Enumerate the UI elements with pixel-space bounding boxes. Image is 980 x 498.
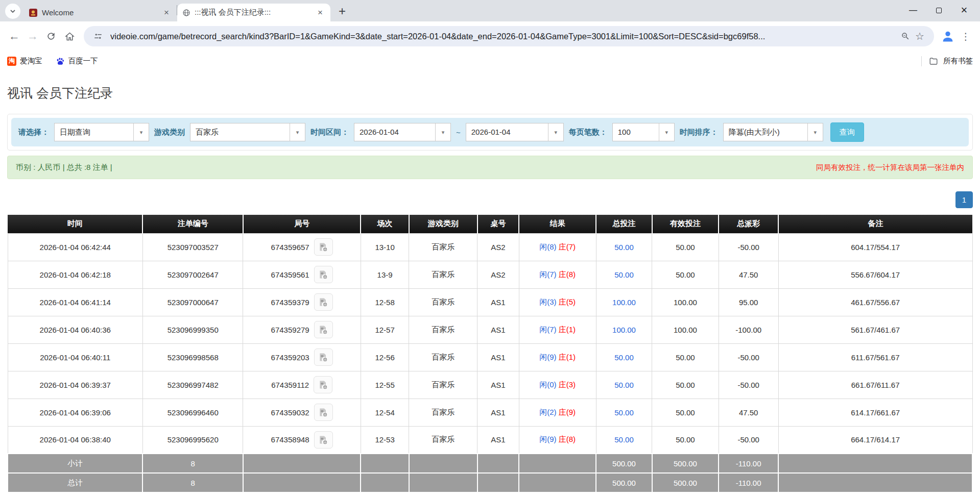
- result-player: 闲(9): [539, 435, 556, 443]
- total-bet-link[interactable]: 50.00: [614, 435, 634, 444]
- video-record-button[interactable]: [314, 321, 333, 338]
- person-icon: [941, 29, 955, 43]
- cell-table: AS2: [477, 233, 519, 261]
- search-button[interactable]: 查询: [830, 122, 864, 142]
- col-table: 桌号: [477, 215, 519, 233]
- cell-session: 12-54: [361, 399, 409, 426]
- video-record-button[interactable]: [314, 431, 333, 449]
- taobao-icon: 淘: [7, 57, 16, 66]
- chevron-down-icon[interactable]: ▾: [807, 123, 823, 141]
- video-record-button[interactable]: [314, 404, 333, 421]
- game-kind-value: 百家乐: [190, 123, 290, 141]
- col-session: 场次: [361, 215, 409, 233]
- round-cell: 674359379: [271, 293, 333, 311]
- cell-result: 闲(8) 庄(7): [519, 233, 596, 261]
- total-bet-link[interactable]: 50.00: [614, 270, 634, 279]
- date-range-label: 时间区间：: [310, 128, 349, 137]
- video-record-button[interactable]: [314, 376, 332, 393]
- round-number: 674359279: [271, 326, 309, 334]
- new-tab-button[interactable]: +: [334, 4, 350, 19]
- cell-valid-bet: 50.00: [652, 233, 719, 261]
- maximize-button[interactable]: [926, 0, 951, 20]
- site-settings-icon[interactable]: [91, 29, 105, 43]
- cell-result: 闲(7) 庄(8): [519, 261, 596, 288]
- welcome-tab-favicon: [29, 8, 38, 17]
- url-text: videoie.com/game/betrecord_search/kind3?…: [110, 32, 893, 41]
- video-record-icon: [318, 242, 328, 252]
- cell-valid-bet: 50.00: [652, 426, 719, 454]
- cell-round: 674359279: [243, 316, 361, 343]
- game-kind-select[interactable]: 百家乐 ▾: [190, 123, 305, 141]
- cell-remark: 556.67/604.17: [778, 261, 972, 288]
- cell-time: 2026-01-04 06:39:06: [8, 399, 142, 426]
- page-1-button[interactable]: 1: [955, 191, 973, 208]
- bookmark-taobao[interactable]: 淘 爱淘宝: [7, 56, 42, 66]
- bookmark-star-icon[interactable]: ☆: [913, 29, 927, 43]
- all-bookmarks-button[interactable]: 所有书签: [921, 56, 973, 66]
- chevron-down-icon[interactable]: ▾: [133, 123, 149, 141]
- round-number: 674359657: [271, 243, 309, 252]
- minimize-button[interactable]: —: [900, 0, 926, 20]
- round-cell: 674359032: [271, 404, 333, 421]
- date-start-input[interactable]: 2026-01-04 ▾: [354, 123, 451, 141]
- forward-button[interactable]: →: [23, 27, 42, 45]
- total-bet-link[interactable]: 100.00: [612, 326, 636, 334]
- cell-time: 2026-01-04 06:42:18: [8, 261, 142, 288]
- close-button[interactable]: ×: [951, 0, 977, 20]
- tab-search-button[interactable]: [5, 4, 20, 19]
- subtotal-row: 小计8500.00500.00-110.00: [8, 454, 972, 473]
- chevron-down-icon[interactable]: ▾: [290, 123, 305, 141]
- table-row: 2026-01-04 06:42:18523097002647674359561…: [8, 261, 972, 288]
- table-row: 2026-01-04 06:39:37523096997482674359112…: [8, 371, 972, 399]
- summary-bar: 币别 : 人民币 | 总共 :8 注单 | 同局有效投注，统一计算在该局第一张注…: [7, 156, 973, 179]
- bookmark-label: 百度一下: [68, 56, 98, 66]
- page-size-select[interactable]: 100 ▾: [612, 123, 675, 141]
- total-row: 总计8500.00500.00-110.00: [8, 473, 972, 492]
- cell-table: AS1: [477, 316, 519, 343]
- cell-total-bet: 100.00: [596, 288, 652, 316]
- reload-button[interactable]: [42, 27, 60, 45]
- video-record-button[interactable]: [314, 348, 333, 366]
- video-record-button[interactable]: [314, 238, 333, 256]
- cell-bet-id: 523097000647: [142, 288, 243, 316]
- select-label: 请选择：: [18, 128, 49, 137]
- total-bet-link[interactable]: 50.00: [614, 381, 634, 389]
- total-bet-link[interactable]: 50.00: [614, 353, 634, 362]
- home-button[interactable]: [60, 27, 79, 45]
- bookmark-baidu[interactable]: 百度一下: [56, 56, 98, 66]
- result-player: 闲(7): [539, 270, 556, 279]
- total-bet-link[interactable]: 100.00: [612, 298, 636, 307]
- chevron-down-icon[interactable]: ▾: [435, 123, 450, 141]
- tab-betrecord[interactable]: :::视讯 会员下注纪录::: ×: [177, 4, 330, 21]
- round-number: 674359032: [271, 408, 309, 417]
- date-end-input[interactable]: 2026-01-04 ▾: [466, 123, 564, 141]
- cell-game-kind: 百家乐: [409, 399, 477, 426]
- bookmarks-divider: [921, 56, 922, 66]
- zoom-out-icon[interactable]: [898, 29, 913, 43]
- profile-avatar[interactable]: [939, 28, 957, 45]
- chevron-down-icon[interactable]: ▾: [659, 123, 674, 141]
- cell-round: 674359657: [243, 233, 361, 261]
- video-record-button[interactable]: [314, 293, 333, 311]
- cell-time: 2026-01-04 06:38:40: [8, 426, 142, 454]
- window-controls: — ×: [900, 0, 977, 20]
- cell-time: 2026-01-04 06:42:44: [8, 233, 142, 261]
- sort-select[interactable]: 降冪(由大到小) ▾: [723, 123, 823, 141]
- cell-session: 12-58: [361, 288, 409, 316]
- chevron-down-icon[interactable]: ▾: [548, 123, 563, 141]
- url-bar[interactable]: videoie.com/game/betrecord_search/kind3?…: [84, 26, 934, 46]
- tab-close-icon[interactable]: ×: [315, 8, 325, 18]
- sum-remark: [778, 473, 972, 492]
- sum-total-bet: 500.00: [596, 454, 652, 473]
- back-button[interactable]: ←: [5, 27, 23, 45]
- cell-bet-id: 523097002647: [142, 261, 243, 288]
- tab-close-icon[interactable]: ×: [161, 8, 172, 18]
- video-record-icon: [318, 269, 328, 280]
- browser-menu-button[interactable]: ⋮: [957, 27, 975, 45]
- query-type-select[interactable]: 日期查询 ▾: [54, 123, 149, 141]
- video-record-button[interactable]: [314, 266, 333, 283]
- total-bet-link[interactable]: 50.00: [614, 243, 634, 252]
- maximize-icon: [936, 8, 942, 13]
- tab-welcome[interactable]: Welcome ×: [23, 4, 177, 21]
- total-bet-link[interactable]: 50.00: [614, 408, 634, 417]
